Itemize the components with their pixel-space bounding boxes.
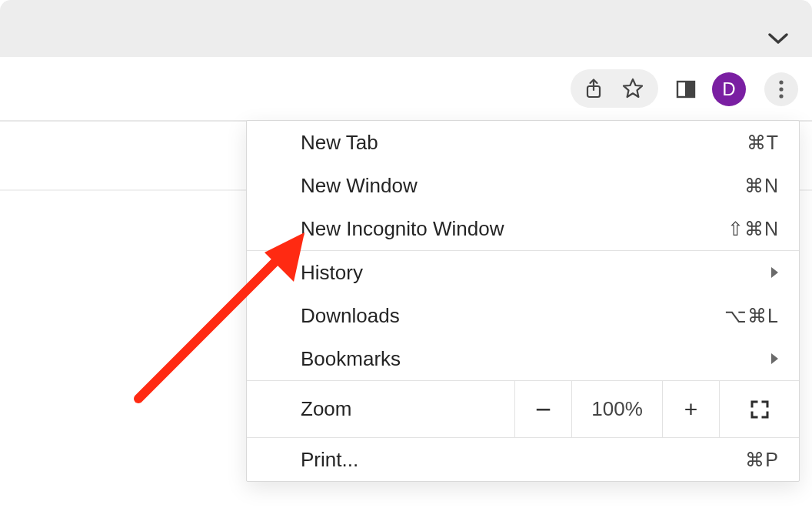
zoom-in-button[interactable]: + bbox=[662, 381, 719, 437]
menu-item-bookmarks[interactable]: Bookmarks bbox=[247, 337, 799, 380]
svg-marker-2 bbox=[624, 79, 642, 97]
browser-toolbar: D bbox=[0, 57, 812, 119]
svg-point-7 bbox=[779, 94, 783, 98]
svg-point-5 bbox=[779, 80, 783, 84]
menu-item-label: New Tab bbox=[301, 131, 747, 155]
menu-item-label: Bookmarks bbox=[301, 347, 770, 371]
profile-initial: D bbox=[722, 79, 735, 100]
menu-item-new-incognito[interactable]: New Incognito Window ⇧⌘N bbox=[247, 207, 799, 250]
main-menu: New Tab ⌘T New Window ⌘N New Incognito W… bbox=[246, 120, 800, 482]
kebab-menu-button[interactable] bbox=[764, 72, 798, 106]
submenu-arrow-icon bbox=[770, 266, 779, 279]
menu-item-label: Downloads bbox=[301, 304, 724, 328]
menu-item-shortcut: ⌘T bbox=[747, 132, 779, 154]
menu-item-shortcut: ⌘P bbox=[745, 449, 779, 471]
share-icon[interactable] bbox=[584, 78, 603, 99]
menu-item-history[interactable]: History bbox=[247, 251, 799, 294]
zoom-label: Zoom bbox=[247, 381, 514, 437]
menu-item-new-tab[interactable]: New Tab ⌘T bbox=[247, 121, 799, 164]
menu-item-label: New Incognito Window bbox=[301, 217, 727, 241]
fullscreen-icon bbox=[749, 399, 770, 420]
menu-item-print[interactable]: Print... ⌘P bbox=[247, 438, 799, 481]
svg-point-6 bbox=[779, 87, 783, 91]
omnibox-actions bbox=[571, 69, 658, 108]
zoom-out-button[interactable]: − bbox=[514, 381, 571, 437]
submenu-arrow-icon bbox=[770, 353, 779, 365]
menu-item-shortcut: ⌥⌘L bbox=[724, 305, 779, 327]
menu-item-new-window[interactable]: New Window ⌘N bbox=[247, 164, 799, 207]
fullscreen-button[interactable] bbox=[719, 381, 799, 437]
profile-avatar[interactable]: D bbox=[712, 72, 746, 106]
tab-strip bbox=[0, 0, 812, 57]
menu-item-label: Print... bbox=[301, 448, 745, 472]
menu-item-label: New Window bbox=[301, 174, 744, 198]
menu-item-shortcut: ⌘N bbox=[744, 175, 779, 197]
svg-marker-9 bbox=[771, 353, 778, 364]
bookmark-star-icon[interactable] bbox=[621, 77, 644, 100]
zoom-level: 100% bbox=[571, 381, 662, 437]
menu-item-shortcut: ⇧⌘N bbox=[727, 218, 779, 240]
menu-item-label: History bbox=[301, 261, 770, 285]
menu-item-zoom: Zoom − 100% + bbox=[247, 380, 799, 437]
tab-overflow-chevron-icon[interactable] bbox=[767, 32, 789, 45]
menu-item-downloads[interactable]: Downloads ⌥⌘L bbox=[247, 294, 799, 337]
svg-rect-4 bbox=[685, 82, 694, 97]
svg-marker-8 bbox=[771, 267, 778, 278]
side-panel-icon[interactable] bbox=[675, 79, 697, 100]
